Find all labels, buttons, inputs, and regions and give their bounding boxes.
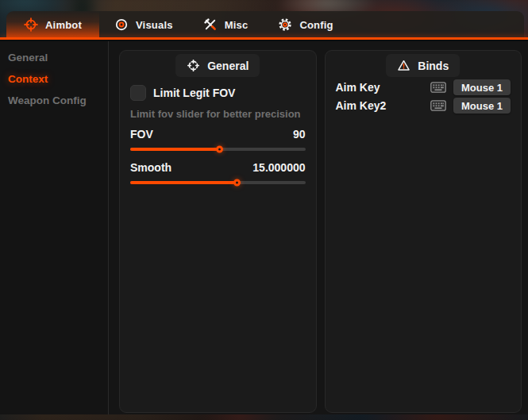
sidebar-item-context[interactable]: Context bbox=[0, 68, 108, 90]
bind-button-aim-key2[interactable]: Mouse 1 bbox=[453, 98, 511, 114]
tab-misc[interactable]: Misc bbox=[188, 11, 264, 38]
bind-row-aim-key2: Aim Key2 bbox=[336, 98, 511, 114]
fov-slider-handle[interactable] bbox=[216, 146, 223, 153]
smooth-slider-row: Smooth 15.000000 bbox=[130, 161, 306, 174]
fov-slider-label: FOV bbox=[130, 128, 153, 141]
content-area: General Context Weapon Config bbox=[0, 40, 528, 414]
binds-card: Binds Aim Key bbox=[325, 50, 522, 413]
tab-label: Aimbot bbox=[45, 19, 82, 31]
fov-slider[interactable] bbox=[130, 148, 306, 151]
general-card: General Limit Legit FOV Limit fov slider… bbox=[119, 50, 317, 413]
gear-icon bbox=[278, 17, 292, 32]
tab-label: Misc bbox=[225, 19, 249, 31]
binds-card-header: Binds bbox=[336, 54, 511, 77]
bind-row-aim-key: Aim Key bbox=[336, 79, 511, 95]
smooth-slider[interactable] bbox=[130, 181, 306, 184]
keyboard-icon[interactable] bbox=[430, 81, 447, 94]
sidebar-item-general[interactable]: General bbox=[0, 47, 108, 68]
warning-triangle-icon bbox=[397, 59, 410, 72]
limit-legit-fov-checkbox[interactable] bbox=[130, 85, 146, 101]
binds-card-title: Binds bbox=[418, 60, 449, 72]
tab-bar: Aimbot Visuals Misc bbox=[6, 11, 524, 38]
tab-config[interactable]: Config bbox=[263, 11, 348, 38]
eye-icon bbox=[114, 17, 129, 32]
smooth-slider-label: Smooth bbox=[130, 161, 172, 174]
sidebar-item-weapon-config[interactable]: Weapon Config bbox=[0, 90, 108, 111]
limit-legit-fov-row[interactable]: Limit Legit FOV bbox=[130, 85, 306, 101]
fov-slider-value: 90 bbox=[293, 128, 306, 141]
sidebar: General Context Weapon Config bbox=[0, 41, 108, 414]
tab-visuals[interactable]: Visuals bbox=[99, 11, 188, 38]
bind-label: Aim Key bbox=[336, 81, 430, 94]
general-card-title: General bbox=[207, 60, 249, 72]
smooth-slider-fill bbox=[130, 181, 235, 184]
fov-description: Limit fov slider for better precision bbox=[130, 108, 306, 120]
main-panel: General Limit Legit FOV Limit fov slider… bbox=[109, 41, 528, 414]
app-window: Aimbot Visuals Misc bbox=[0, 0, 528, 420]
crosshair-icon bbox=[24, 17, 38, 32]
tab-label: Visuals bbox=[136, 19, 173, 31]
tools-icon bbox=[203, 17, 218, 32]
tab-label: Config bbox=[299, 19, 333, 31]
smooth-slider-handle[interactable] bbox=[233, 179, 241, 187]
fov-slider-fill bbox=[130, 148, 218, 151]
crosshair-icon bbox=[187, 59, 200, 72]
smooth-slider-value: 15.000000 bbox=[252, 161, 305, 174]
bind-button-aim-key[interactable]: Mouse 1 bbox=[453, 79, 511, 95]
bind-label: Aim Key2 bbox=[336, 99, 430, 112]
tab-aimbot[interactable]: Aimbot bbox=[6, 11, 99, 38]
fov-slider-row: FOV 90 bbox=[130, 128, 306, 141]
keyboard-icon[interactable] bbox=[430, 99, 447, 112]
limit-legit-fov-label: Limit Legit FOV bbox=[153, 87, 235, 99]
general-card-header: General bbox=[130, 54, 306, 77]
